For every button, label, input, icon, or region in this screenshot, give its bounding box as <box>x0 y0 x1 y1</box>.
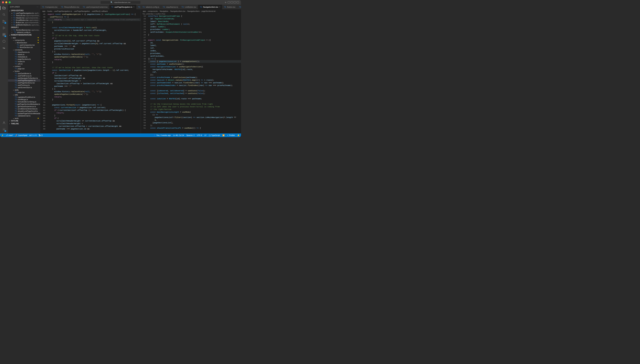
file-item[interactable]: TSscrollElementIntoView.ts <box>8 108 40 110</box>
outline-header[interactable]: ›OUTLINE <box>8 120 40 122</box>
feedback-icon[interactable]: 📶 <box>222 134 225 136</box>
file-item[interactable]: TSmetadata.ts <box>8 56 40 58</box>
authorship-lens[interactable]: You, yesterday | 1 author (You) <box>141 13 241 15</box>
file-item[interactable]: TSvalidateEmail.ts <box>8 114 40 117</box>
open-editor-item[interactable]: ×TSSectionBanner.tsx app/comp... <box>8 29 40 31</box>
editor-tab[interactable]: TSNavigationItem.tsx× <box>198 5 222 9</box>
close-tab-icon[interactable]: × <box>133 6 135 8</box>
file-item[interactable]: TSroutes.ts <box>8 60 40 63</box>
editor-tab[interactable]: TStailwind.config.ts <box>141 5 161 9</box>
file-item[interactable]: TSWorkSection.tsx <box>8 46 40 48</box>
blame-status[interactable]: 👤 You, 3 weeks ago <box>153 134 171 136</box>
indent-indicator[interactable]: Spaces: 2 <box>186 134 195 136</box>
copilot-icon[interactable]: ⊕ <box>225 1 226 4</box>
breadcrumb-segment[interactable]: useEffect() callback <box>92 10 108 12</box>
editor-tab[interactable]: TSLinkButton.tsx <box>180 5 198 9</box>
file-item[interactable]: TSpage.tsx <box>8 68 40 70</box>
problems-indicator[interactable]: ⊗ 0 ⚠ 0 <box>29 134 37 136</box>
nx-icon[interactable]: N▶ <box>2 46 6 50</box>
file-item[interactable]: TSuseCompanies.tsx <box>8 44 40 46</box>
file-item[interactable]: TSformatGAErrorString.ts <box>8 100 40 103</box>
folder-item[interactable]: ⌄utils <box>8 94 40 96</box>
file-item[interactable]: TSuseDarkMode.ts <box>8 72 40 75</box>
open-editor-item[interactable]: ×TSEmailButton.tsx app/compon... <box>8 19 40 21</box>
maximize-window-button[interactable] <box>9 1 11 3</box>
file-item[interactable]: TSclassNames.ts <box>8 51 40 53</box>
file-item[interactable]: TSgetPageSectionMetadata.ts <box>8 103 40 105</box>
timeline-header[interactable]: ›TIMELINE <box>8 122 40 125</box>
layout-toggle-right[interactable] <box>234 1 236 3</box>
file-item[interactable]: TScapitalizeFirstWord.ts <box>8 96 40 98</box>
notifications-icon[interactable]: 🔔 <box>237 134 240 136</box>
editor-tab[interactable]: TSusePageNavigation.ts× <box>110 5 136 9</box>
editor-tab[interactable]: TSLinks.tsx <box>237 5 241 9</box>
breadcrumb-segment[interactable]: NavigationItem.tsx <box>170 10 185 12</box>
editor-tab[interactable]: TSCompanies.tsx <box>40 5 59 9</box>
remote-icon[interactable] <box>2 39 6 43</box>
ports-indicator[interactable]: 📡 0 <box>39 134 43 136</box>
command-center[interactable]: 🔍 roberthenderson.me <box>101 1 140 4</box>
breadcrumb-segment[interactable]: usePageNavigation <box>74 10 90 12</box>
folder-item[interactable]: ⌄contact <box>8 65 40 68</box>
settings-gear-icon[interactable]: 1 <box>2 128 6 132</box>
minimize-window-button[interactable] <box>5 1 7 3</box>
layout-toggle-bottom[interactable] <box>231 1 233 3</box>
launchpad-button[interactable]: 🚀 Launchpad <box>15 134 27 136</box>
folder-item[interactable]: ⌄skills <box>8 89 40 91</box>
file-item[interactable]: TSuseFieldFocus.ts <box>8 75 40 77</box>
account-icon[interactable] <box>2 121 6 125</box>
folder-item[interactable]: ⌄constants <box>8 48 40 51</box>
group-2-header[interactable]: GROUP 2 <box>8 26 40 29</box>
folder-item[interactable]: ⌄work <box>8 117 40 120</box>
file-item[interactable]: TSshouldLockPageScroll.ts <box>8 110 40 112</box>
breadcrumb-segment[interactable]: pageSectionsList <box>202 10 216 12</box>
open-editor-item[interactable]: ×TSHeader.tsx app/components/... <box>8 17 40 19</box>
eol-indicator[interactable]: LF <box>204 134 207 136</box>
editor-tab[interactable]: TSclassNames.ts <box>161 5 180 9</box>
branch-indicator[interactable]: ⎇ main* <box>6 134 13 136</box>
debug-icon[interactable] <box>2 26 6 30</box>
file-item[interactable]: TSuseScreenSize.ts <box>8 86 40 89</box>
close-window-button[interactable] <box>2 1 4 3</box>
breadcrumb-segment[interactable]: Navigation <box>160 10 168 12</box>
folder-item[interactable]: ⌄components <box>8 39 40 41</box>
breadcrumb-segment[interactable]: components <box>148 10 158 12</box>
workspace-header[interactable]: ⌄ROBERTHENDERSON.ME <box>8 34 40 36</box>
file-item[interactable]: TSpageSections.ts <box>8 58 40 60</box>
breadcrumb-segment[interactable]: NavigationItem <box>187 10 200 12</box>
search-activity-icon[interactable] <box>2 13 6 17</box>
file-item[interactable]: TSpage.tsx <box>8 91 40 94</box>
file-item[interactable]: TSlabels.ts <box>8 53 40 56</box>
editor-tab[interactable]: TSTe <box>136 5 141 9</box>
remote-indicator[interactable]: ⚡ <box>1 134 4 136</box>
editor-tab[interactable]: TSuseCompaniesContent.tsx <box>81 5 110 9</box>
breadcrumb-segment[interactable]: hooks <box>47 10 52 12</box>
editor-tab[interactable]: TSButton.tsx <box>222 5 237 9</box>
breadcrumb-segment[interactable]: app <box>42 10 45 12</box>
source-control-icon[interactable]: 1 <box>2 19 6 23</box>
file-item[interactable]: TSusePrevious.ts <box>8 84 40 86</box>
file-item[interactable]: TSurls.ts <box>8 63 40 65</box>
layout-toggle-left[interactable] <box>228 1 230 3</box>
breadcrumb-right[interactable]: app › components › Navigation › Navigati… <box>141 9 241 13</box>
file-item[interactable]: TSclsxMerge.ts <box>8 98 40 100</box>
file-item[interactable]: TSusePageNavigation.ts <box>8 79 40 82</box>
breadcrumb-left[interactable]: app › hooks › usePageNavigation.ts › use… <box>40 9 141 13</box>
close-tab-icon[interactable]: × <box>219 6 220 8</box>
encoding-indicator[interactable]: UTF-8 <box>197 134 202 136</box>
language-indicator[interactable]: { } TypeScript <box>209 134 220 136</box>
code-editor-right[interactable]: 1920212223242526272829303132333435363738… <box>141 15 241 134</box>
file-item[interactable]: TSuseNavigateToSection.ts <box>8 77 40 79</box>
open-editor-item[interactable]: ×TSButton.tsx app/components/b... <box>8 21 40 24</box>
file-item[interactable]: TSupdatePageSectionMetadata.ts <box>8 112 40 114</box>
prettier-indicator[interactable]: ✓ Prettier <box>227 134 235 136</box>
file-item[interactable]: TSgetYearsExperience.ts <box>8 105 40 108</box>
folder-item[interactable]: ⌄WorkSection <box>8 41 40 44</box>
open-editor-item[interactable]: ×TSgetButtonStyles.ts app/comp... <box>8 24 40 26</box>
folder-item[interactable]: ⌄app <box>8 36 40 39</box>
editor-tab[interactable]: TSResumeButton.tsx <box>59 5 81 9</box>
breadcrumb-segment[interactable]: usePageNavigation.ts <box>54 10 72 12</box>
layout-customize[interactable] <box>237 1 239 3</box>
open-editor-item[interactable]: ×TSTextLink.tsx app/components/... <box>8 14 40 17</box>
breadcrumb-segment[interactable]: app <box>143 10 146 12</box>
